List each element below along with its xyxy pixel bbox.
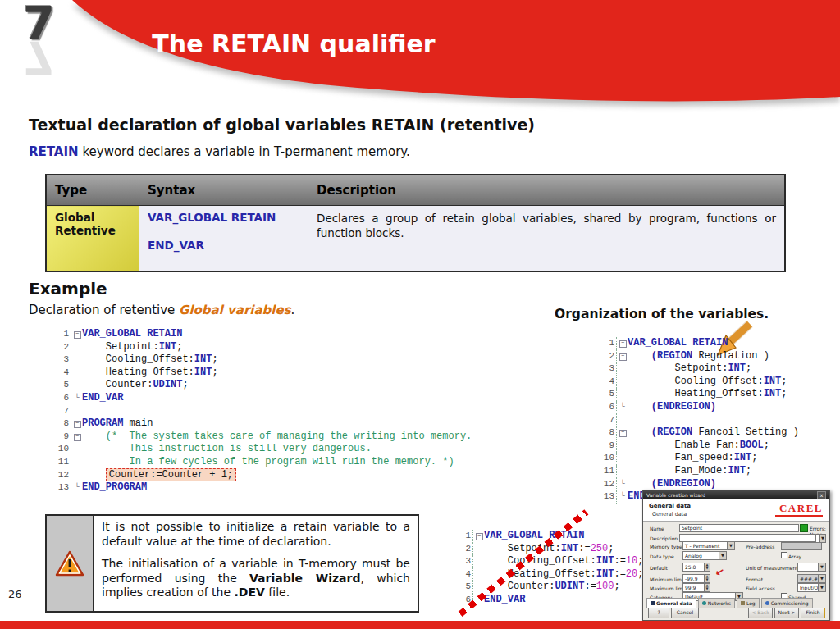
code-text: This instruction is still very dangerous… (82, 443, 372, 456)
code-line: 5 Heating_Offset:INT; (596, 388, 799, 401)
memory-type-label: Memory type (650, 544, 682, 549)
line-number: 13 (51, 481, 71, 495)
field-access-label: Field access (746, 586, 775, 591)
code-line: 4 Heating_Offset:INT:=20; (453, 568, 643, 581)
default-spinner[interactable]: 25.0▲▼ (682, 563, 710, 572)
status-indicator (800, 524, 808, 532)
fold-collapse-icon: − (618, 337, 628, 350)
data-type-select[interactable]: Analog▼ (682, 551, 727, 560)
tab-log[interactable]: Log (737, 598, 760, 608)
section-heading: Textual declaration of global variables … (29, 116, 535, 134)
code-line: 3 Setpoint:INT; (596, 362, 799, 376)
line-number: 2 (51, 341, 71, 354)
header-curve (0, 0, 840, 123)
array-label: Array (788, 554, 801, 559)
minimum-limit-spinner[interactable]: -99.9▲▼ (682, 574, 710, 583)
tab-general-data[interactable]: General data (646, 598, 696, 608)
bottom-red-strip (0, 621, 840, 629)
back-button[interactable]: < Back (748, 608, 773, 618)
code-text: VAR_GLOBAL RETAIN (628, 337, 728, 350)
code-text: Counter:UDINT:=100; (484, 581, 620, 594)
cell-type: Global Retentive (46, 206, 139, 272)
next-button[interactable]: Next > (774, 608, 799, 618)
line-number: 3 (453, 555, 473, 568)
cancel-button[interactable]: Cancel (671, 608, 699, 618)
table-row: Global Retentive VAR_GLOBAL RETAIN END_V… (46, 206, 785, 272)
highlighted-statement: Counter:=Counter + 1; (106, 468, 236, 481)
caption-prefix: Declaration of retentive (29, 303, 179, 317)
default-label: Default (650, 565, 668, 571)
code-line: 13└END_PROGRAM (51, 481, 472, 495)
help-button[interactable]: ? (648, 608, 669, 618)
name-label: Name (650, 526, 664, 531)
close-icon[interactable]: x (817, 491, 826, 499)
code-line: 1−VAR_GLOBAL RETAIN (596, 337, 799, 350)
format-select[interactable]: ###.#▼ (797, 574, 826, 583)
code-text: PROGRAM main (82, 417, 153, 431)
code-text: Cooling_Offset:INT:=10; (484, 555, 643, 568)
memory-type-select[interactable]: T - Permanent▼ (682, 541, 735, 550)
array-checkbox[interactable] (781, 552, 788, 558)
dialog-titlebar[interactable]: Variable creation wizard x (643, 490, 829, 499)
line-number: 1 (51, 328, 71, 341)
name-input[interactable]: Setpoint (679, 524, 799, 532)
code-text: Setpoint:INT; (628, 362, 751, 376)
line-number: 1 (596, 337, 617, 350)
code-line: 10 Fan_speed:INT; (596, 452, 799, 465)
code-line: 8−PROGRAM main (51, 417, 472, 431)
code-text: (REGION Regulation ) (628, 350, 769, 363)
dialog-title: Variable creation wizard (646, 492, 817, 498)
code-line: 3 Cooling_Offset:INT; (51, 353, 472, 367)
code-line: 10 This instruction is still very danger… (51, 443, 472, 456)
format-label: Format (746, 577, 763, 582)
warning-variable-wizard: Variable Wizard (249, 572, 360, 585)
line-number: 5 (453, 581, 473, 594)
code-text: (ENDREGION) (628, 401, 716, 414)
code-text: Heating_Offset:INT; (628, 388, 787, 401)
code-listing-regions: 1−VAR_GLOBAL RETAIN2− (REGION Regulation… (596, 337, 799, 504)
line-number: 1 (453, 530, 473, 543)
line-number: 6 (596, 401, 617, 414)
fold-end-mark: └ (618, 478, 628, 491)
col-header-description: Description (308, 175, 786, 206)
line-number: 9 (596, 440, 617, 453)
code-line: 8− (REGION Fancoil Setting ) (596, 426, 799, 440)
code-text: (REGION Fancoil Setting ) (628, 426, 799, 440)
fold-collapse-icon: − (618, 426, 628, 440)
finish-button[interactable]: Finish (801, 608, 825, 618)
line-number: 3 (51, 353, 71, 367)
line-number: 12 (51, 469, 71, 482)
example-heading: Example (29, 279, 107, 299)
line-number: 7 (596, 414, 617, 427)
code-line: 7 (51, 405, 472, 418)
fold-collapse-icon: − (618, 350, 628, 363)
fold-collapse-icon: − (72, 328, 82, 341)
code-line: 4 Heating_Offset:INT; (51, 367, 472, 380)
networks-icon (702, 601, 706, 605)
warning-box: It is not possible to initialize a retai… (45, 514, 419, 613)
line-number: 10 (51, 443, 71, 456)
code-line: 2− (REGION Regulation ) (596, 350, 799, 363)
maximum-limit-spinner[interactable]: 99.9▲▼ (682, 583, 710, 592)
field-access-select[interactable]: Input/Output▼ (797, 583, 826, 592)
code-text: Counter:UDINT; (82, 379, 189, 392)
warning-p2-post: file. (265, 586, 290, 599)
code-line: 1−VAR_GLOBAL RETAIN (51, 328, 472, 341)
unit-select[interactable]: ▼ (797, 563, 826, 572)
line-number: 4 (596, 376, 617, 389)
line-number: 8 (596, 426, 617, 440)
code-text: Enable_Fan:BOOL; (628, 440, 769, 453)
organization-heading: Organization of the variables. (555, 307, 769, 321)
table-header-row: Type Syntax Description (46, 175, 785, 206)
code-text: END_VAR (82, 392, 123, 405)
col-header-type: Type (46, 175, 139, 206)
red-arrow-icon: ↙ (714, 565, 725, 579)
warning-dev-file: .DEV (235, 586, 265, 599)
page-number: 26 (8, 588, 22, 600)
tab-networks[interactable]: Networks (698, 598, 735, 608)
code-text: (* The system takes care of managing the… (82, 431, 472, 444)
tab-commissioning[interactable]: Commissioning (761, 598, 813, 608)
warning-triangle-icon (55, 550, 84, 577)
warning-icon-cell (47, 516, 94, 611)
log-icon (741, 601, 745, 605)
